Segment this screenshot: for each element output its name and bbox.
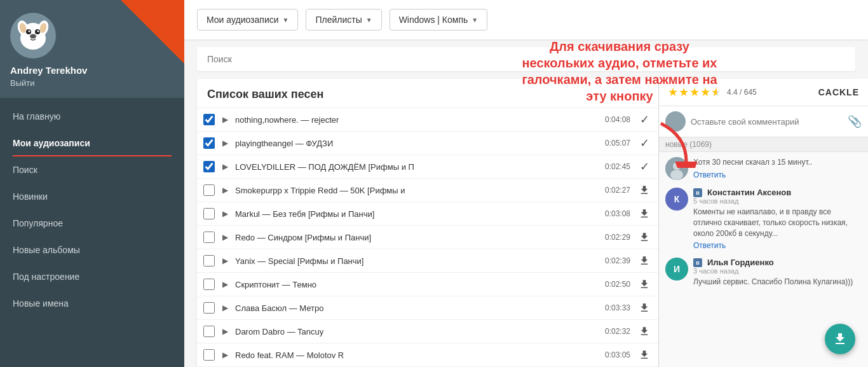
sidebar-header: Andrey Terekhov Выйти bbox=[0, 0, 184, 98]
svg-point-13 bbox=[673, 162, 681, 170]
commenter-avatar bbox=[665, 157, 688, 180]
comment-body: в Илья Гордиенко 3 часов назад Лучший се… bbox=[693, 258, 862, 287]
song-row: ▶Слава Басюл — Метро0:03:33 bbox=[197, 296, 658, 320]
svg-text:И: И bbox=[674, 264, 680, 274]
fab-download-button[interactable] bbox=[825, 324, 855, 354]
song-row: ▶nothing,nowhere. — rejecter0:04:08✓ bbox=[197, 108, 658, 132]
logout-button[interactable]: Выйти bbox=[10, 78, 87, 88]
song-duration: 0:02:27 bbox=[605, 186, 630, 195]
vk-badge: в bbox=[693, 258, 702, 267]
song-row: ▶Markul — Без тебя [Рифмы и Панчи]0:03:0… bbox=[197, 202, 658, 226]
song-title: Redo feat. RAM — Molotov R bbox=[235, 350, 605, 360]
play-button[interactable]: ▶ bbox=[219, 207, 231, 220]
song-list-title: Список ваших песен bbox=[197, 79, 658, 108]
song-download-icon[interactable] bbox=[637, 253, 652, 268]
song-checkbox[interactable] bbox=[203, 114, 215, 125]
song-checkbox[interactable] bbox=[203, 137, 215, 149]
comment-text: Коменты не наипалаво, и в правду все отл… bbox=[693, 207, 862, 239]
song-title: Markul — Без тебя [Рифмы и Панчи] bbox=[235, 209, 605, 219]
play-button[interactable]: ▶ bbox=[219, 278, 231, 291]
sidebar-item-new-names[interactable]: Новые имена bbox=[0, 290, 184, 317]
chevron-down-icon: ▼ bbox=[471, 17, 478, 24]
topbar: Мои аудиозаписи ▼ Плейлисты ▼ Windows | … bbox=[184, 0, 868, 39]
song-download-icon[interactable] bbox=[637, 183, 652, 198]
user-avatar-small bbox=[665, 111, 686, 132]
song-check-icon[interactable]: ✓ bbox=[637, 112, 652, 127]
song-checkbox[interactable] bbox=[203, 302, 215, 314]
song-download-icon[interactable] bbox=[637, 300, 652, 315]
comment-reply-button[interactable]: Ответить bbox=[693, 241, 862, 250]
attach-icon[interactable]: 📎 bbox=[848, 114, 862, 128]
song-checkbox[interactable] bbox=[203, 208, 215, 219]
song-checkbox[interactable] bbox=[203, 326, 215, 337]
song-row: ▶LOVELYDILLER — ПОД ДОЖДЁМ [Рифмы и П0:0… bbox=[197, 155, 658, 179]
sidebar-item-search[interactable]: Поиск bbox=[0, 156, 184, 183]
comment-time: 5 часов назад bbox=[693, 197, 862, 205]
song-checkbox[interactable] bbox=[203, 349, 215, 361]
song-title: Слава Басюл — Метро bbox=[235, 303, 605, 313]
play-button[interactable]: ▶ bbox=[219, 301, 231, 314]
play-button[interactable]: ▶ bbox=[219, 184, 231, 197]
song-checkbox[interactable] bbox=[203, 255, 215, 267]
song-duration: 0:03:33 bbox=[605, 303, 630, 312]
sidebar-item-popular[interactable]: Популярное bbox=[0, 210, 184, 237]
comment-input[interactable] bbox=[691, 117, 843, 127]
song-title: Yanix — Special [Рифмы и Панчи] bbox=[235, 256, 605, 266]
comment-author: Илья Гордиенко bbox=[707, 258, 774, 267]
play-button[interactable]: ▶ bbox=[219, 113, 231, 126]
sidebar-item-home[interactable]: На главную bbox=[0, 103, 184, 130]
comment-text: Лучший сервис. Спасибо Полина Кулагина))… bbox=[693, 277, 862, 287]
comment-input-area: 📎 bbox=[659, 106, 868, 137]
svg-point-14 bbox=[670, 170, 683, 180]
comment-author: Константин Аксенов bbox=[707, 188, 791, 197]
song-download-icon[interactable] bbox=[637, 277, 652, 292]
svg-point-11 bbox=[30, 34, 36, 38]
song-row: ▶Redo — Синдром [Рифмы и Панчи]0:02:29 bbox=[197, 226, 658, 249]
search-input[interactable] bbox=[207, 54, 845, 64]
rating-value: 4.4 / 645 bbox=[727, 88, 757, 97]
song-checkbox[interactable] bbox=[203, 161, 215, 172]
cackle-brand: CACKLE bbox=[818, 87, 859, 97]
play-button[interactable]: ▶ bbox=[219, 231, 231, 244]
windows-dropdown[interactable]: Windows | Компь ▼ bbox=[390, 9, 488, 31]
song-checkbox[interactable] bbox=[203, 232, 215, 243]
sidebar-item-mood[interactable]: Под настроение bbox=[0, 263, 184, 290]
comment-reply-button[interactable]: Ответить bbox=[693, 170, 862, 179]
song-row: ▶Redo feat. RAM — Molotov R0:03:05 bbox=[197, 343, 658, 367]
playlists-dropdown[interactable]: Плейлисты ▼ bbox=[306, 9, 381, 31]
play-button[interactable]: ▶ bbox=[219, 325, 231, 338]
song-duration: 0:05:07 bbox=[605, 139, 630, 148]
song-title: Redo — Синдром [Рифмы и Панчи] bbox=[235, 233, 605, 242]
play-button[interactable]: ▶ bbox=[219, 137, 231, 149]
comment-item: К в Константин Аксенов 5 часов назад Ком… bbox=[665, 188, 862, 250]
song-download-icon[interactable] bbox=[637, 206, 652, 221]
star-icons: ★★★★★★ bbox=[668, 85, 722, 99]
sidebar-item-my-audio[interactable]: Мои аудиозаписи bbox=[0, 130, 184, 156]
play-button[interactable]: ▶ bbox=[219, 349, 231, 361]
main-content: Мои аудиозаписи ▼ Плейлисты ▼ Windows | … bbox=[184, 0, 868, 367]
svg-point-10 bbox=[37, 30, 39, 32]
song-title: nothing,nowhere. — rejecter bbox=[235, 115, 605, 125]
song-checkbox[interactable] bbox=[203, 279, 215, 290]
vk-badge: в bbox=[693, 188, 702, 197]
search-bar bbox=[197, 47, 855, 71]
song-duration: 0:03:08 bbox=[605, 209, 630, 218]
song-download-icon[interactable] bbox=[637, 324, 652, 339]
song-download-icon[interactable] bbox=[637, 347, 652, 363]
play-button[interactable]: ▶ bbox=[219, 254, 231, 267]
song-duration: 0:02:45 bbox=[605, 162, 630, 171]
sidebar-item-new[interactable]: Новинки bbox=[0, 183, 184, 210]
sidebar-item-albums[interactable]: Новые альбомы bbox=[0, 237, 184, 263]
song-checkbox[interactable] bbox=[203, 184, 215, 196]
song-title: LOVELYDILLER — ПОД ДОЖДЁМ [Рифмы и П bbox=[235, 162, 605, 172]
song-rows: ▶nothing,nowhere. — rejecter0:04:08✓▶pla… bbox=[197, 108, 658, 367]
play-button[interactable]: ▶ bbox=[219, 160, 231, 173]
avatar bbox=[10, 13, 56, 59]
song-check-icon[interactable]: ✓ bbox=[637, 135, 652, 151]
my-audio-dropdown[interactable]: Мои аудиозаписи ▼ bbox=[197, 9, 298, 31]
svg-point-9 bbox=[28, 30, 30, 32]
song-row: ▶playingtheangel — ФУДЗИ0:05:07✓ bbox=[197, 132, 658, 155]
song-duration: 0:02:50 bbox=[605, 280, 630, 289]
song-download-icon[interactable] bbox=[637, 230, 652, 245]
song-check-icon[interactable]: ✓ bbox=[637, 159, 652, 174]
